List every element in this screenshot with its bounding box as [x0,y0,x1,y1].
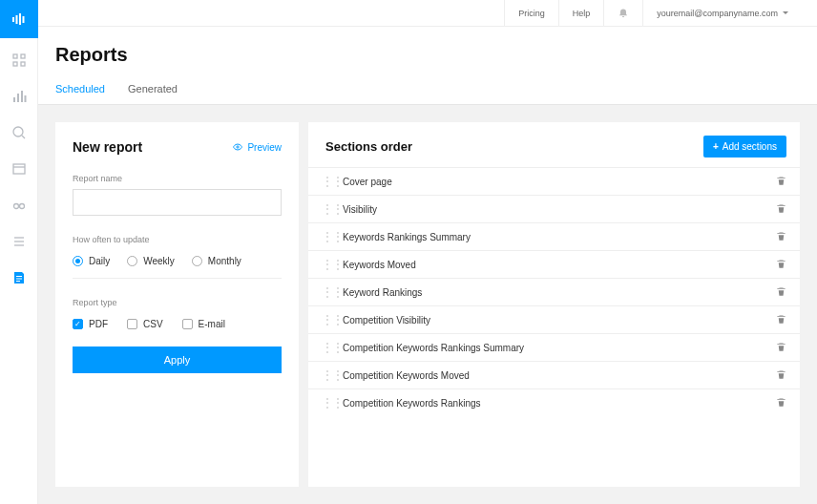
type-csv[interactable]: CSV [127,319,163,329]
svg-rect-23 [16,279,22,280]
logo[interactable] [0,0,38,38]
section-label: Competition Keywords Moved [343,370,776,381]
apply-button[interactable]: Apply [73,346,282,373]
caret-down-icon [783,11,788,14]
trash-icon[interactable] [776,231,786,243]
svg-rect-2 [19,13,21,25]
nav-browser-icon[interactable] [10,160,28,178]
topbar-account[interactable]: youremail@companyname.com [642,0,802,26]
main: Pricing Help youremail@companyname.com R… [38,0,817,504]
type-email-label: E-mail [199,319,225,329]
section-row: ⋮⋮ Keyword Rankings [308,278,800,305]
nav-dashboard-icon[interactable] [10,52,28,69]
add-sections-label: Add sections [723,141,777,152]
section-label: Keywords Moved [343,260,776,270]
section-label: Keyword Rankings [343,287,776,298]
freq-monthly[interactable]: Monthly [192,256,241,266]
section-row: ⋮⋮ Competition Keywords Rankings [308,388,800,416]
freq-weekly-label: Weekly [143,256,175,266]
topbar-pricing[interactable]: Pricing [504,0,558,26]
tab-scheduled[interactable]: Scheduled [55,83,105,104]
type-pdf[interactable]: ✓ PDF [73,319,108,329]
trash-icon[interactable] [776,203,786,216]
nav-analytics-icon[interactable] [10,88,28,105]
section-label: Competition Keywords Rankings Summary [343,343,776,353]
preview-button[interactable]: Preview [232,141,282,153]
trash-icon[interactable] [776,176,786,188]
radio-icon [73,256,83,266]
section-label: Cover page [343,177,776,187]
freq-daily[interactable]: Daily [73,256,110,266]
svg-rect-3 [22,16,24,23]
svg-point-16 [13,204,18,209]
type-group: ✓ PDF CSV E-mail [73,313,282,346]
section-row: ⋮⋮ Keywords Moved [308,250,800,278]
topbar-help[interactable]: Help [558,0,604,26]
report-name-input[interactable] [73,189,282,216]
svg-rect-8 [13,97,15,102]
svg-rect-10 [21,91,23,102]
content: New report Preview Report name How often… [38,105,817,504]
nav-list-icon[interactable] [10,233,28,250]
type-pdf-label: PDF [89,319,108,329]
trash-icon[interactable] [776,259,786,271]
bell-icon [618,8,629,19]
page-header: Reports [38,27,817,66]
eye-icon [232,141,243,153]
type-csv-label: CSV [143,319,163,329]
freq-daily-label: Daily [89,256,110,266]
sections-order-panel: Sections order + Add sections ⋮⋮ Cover p… [308,122,800,487]
tabs: Scheduled Generated [38,66,817,105]
section-label: Competition Keywords Rankings [343,398,776,409]
trash-icon[interactable] [776,397,786,410]
account-email: youremail@companyname.com [657,9,778,18]
trash-icon[interactable] [776,369,786,382]
frequency-label: How often to update [73,235,282,244]
svg-rect-0 [12,17,14,22]
report-name-label: Report name [73,174,282,183]
nav-search-icon[interactable] [10,124,28,141]
section-row: ⋮⋮ Cover page [308,167,800,195]
freq-monthly-label: Monthly [208,256,241,266]
svg-rect-4 [13,54,17,58]
radio-icon [192,256,202,266]
sidebar [0,0,38,504]
svg-rect-14 [13,164,25,174]
preview-label: Preview [247,142,282,153]
add-sections-button[interactable]: + Add sections [703,136,786,158]
trash-icon[interactable] [776,314,786,326]
plus-icon: + [713,141,719,152]
svg-rect-1 [15,15,17,24]
nav-reports-icon[interactable] [10,269,28,286]
svg-rect-24 [16,281,20,282]
page-title: Reports [55,44,800,66]
checkbox-icon: ✓ [73,319,83,329]
topbar: Pricing Help youremail@companyname.com [38,0,817,27]
section-row: ⋮⋮ Competition Keywords Moved [308,361,800,388]
trash-icon[interactable] [776,342,786,354]
sections-title: Sections order [325,139,412,154]
new-report-title: New report [73,139,142,155]
section-row: ⋮⋮ Competition Keywords Rankings Summary [308,333,800,361]
section-label: Competition Visibility [343,315,776,326]
section-label: Keywords Rankings Summary [343,232,776,242]
svg-line-13 [22,136,25,138]
svg-rect-9 [17,94,19,102]
nav-glasses-icon[interactable] [10,197,28,214]
freq-weekly[interactable]: Weekly [127,256,175,266]
svg-point-25 [237,146,239,148]
topbar-notifications[interactable] [603,0,642,26]
section-list: ⋮⋮ Cover page ⋮⋮ Visibility ⋮⋮ Keywords … [308,167,800,487]
new-report-panel: New report Preview Report name How often… [55,122,299,487]
trash-icon[interactable] [776,286,786,299]
section-label: Visibility [343,204,776,215]
radio-icon [127,256,137,266]
svg-point-12 [13,127,23,136]
section-row: ⋮⋮ Visibility [308,195,800,222]
type-email[interactable]: E-mail [182,319,225,329]
svg-rect-7 [21,62,25,66]
type-label: Report type [73,298,282,307]
svg-point-17 [19,204,24,209]
svg-rect-22 [16,276,22,277]
tab-generated[interactable]: Generated [128,83,178,104]
